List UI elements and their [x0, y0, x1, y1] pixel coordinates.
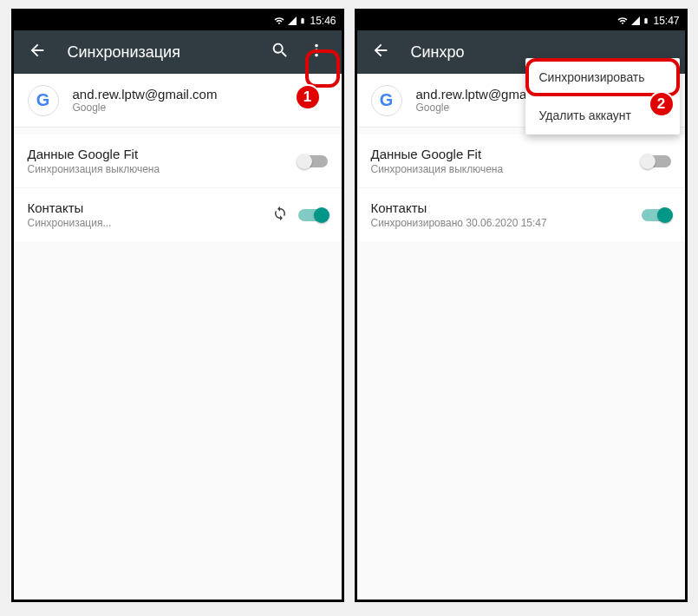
sync-item-name: Данные Google Fit [371, 147, 642, 161]
google-avatar-icon: G [28, 85, 59, 116]
status-time: 15:46 [310, 15, 336, 27]
callout-badge: 2 [649, 91, 675, 117]
phone-left: 15:46 Синхронизация G and.rew.lptw@gmail… [11, 9, 344, 602]
sync-item-contacts[interactable]: Контакты Синхронизировано 30.06.2020 15:… [357, 187, 685, 241]
battery-icon [643, 15, 649, 27]
arrow-back-icon [371, 41, 390, 60]
account-provider: Google [73, 102, 218, 114]
phone-right: 15:47 Синхро G and.rew.lptw@gmail.com Go… [355, 9, 688, 602]
app-bar: Синхронизация [14, 30, 342, 74]
toggle-switch[interactable] [642, 209, 671, 221]
cell-signal-icon [287, 16, 297, 26]
status-bar: 15:47 [357, 11, 685, 30]
app-bar-title: Синхронизация [68, 43, 262, 62]
callout-badge: 1 [295, 84, 321, 110]
search-icon [271, 41, 290, 60]
callout-highlight [525, 58, 680, 96]
status-time: 15:47 [653, 15, 679, 27]
sync-item-contacts[interactable]: Контакты Синхронизация... [14, 187, 342, 241]
account-row[interactable]: G and.rew.lptw@gmail.com Google [14, 74, 342, 128]
search-button[interactable] [262, 32, 298, 72]
wifi-icon [616, 16, 629, 26]
sync-item-sub: Синхронизация выключена [28, 163, 298, 175]
sync-item-google-fit[interactable]: Данные Google Fit Синхронизация выключен… [14, 134, 342, 187]
account-info: and.rew.lptw@gmail.com Google [73, 87, 218, 114]
back-button[interactable] [21, 34, 54, 70]
cell-signal-icon [630, 16, 641, 26]
toggle-switch[interactable] [298, 209, 328, 221]
sync-item-name: Контакты [371, 200, 642, 215]
arrow-back-icon [28, 41, 47, 60]
toggle-switch[interactable] [298, 155, 328, 167]
status-bar: 15:46 [14, 11, 342, 30]
google-avatar-icon: G [371, 85, 402, 116]
callout-highlight [305, 49, 340, 88]
sync-progress-icon [272, 206, 288, 225]
back-button[interactable] [364, 34, 397, 70]
sync-item-sub: Синхронизация выключена [371, 163, 642, 175]
sync-item-sub: Синхронизация... [28, 217, 272, 229]
account-email: and.rew.lptw@gmail.com [73, 87, 218, 102]
battery-icon [299, 15, 306, 27]
toggle-switch[interactable] [642, 155, 671, 167]
sync-item-name: Контакты [28, 200, 272, 215]
sync-item-sub: Синхронизировано 30.06.2020 15:47 [371, 217, 642, 229]
wifi-icon [273, 16, 285, 26]
sync-item-google-fit[interactable]: Данные Google Fit Синхронизация выключен… [357, 134, 685, 187]
sync-item-name: Данные Google Fit [28, 147, 298, 161]
